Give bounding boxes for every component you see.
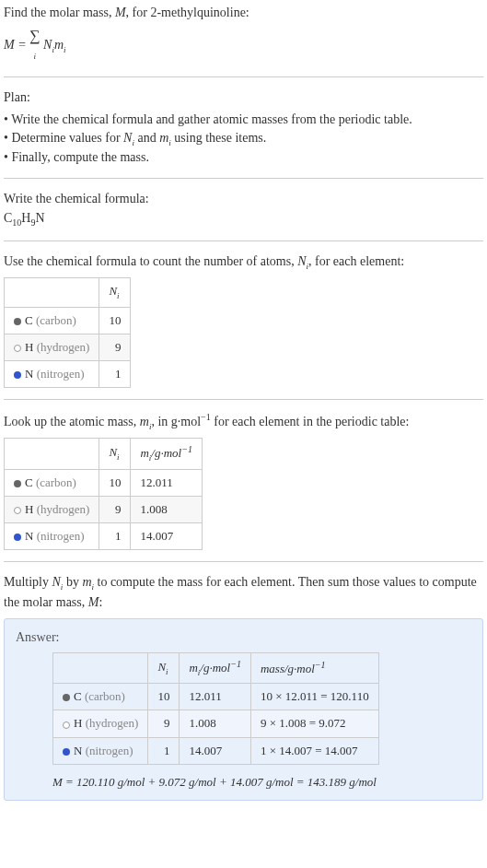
step1-title: Write the chemical formula:: [4, 190, 483, 208]
element-cell: C (carbon): [5, 469, 99, 496]
table-header-n: Ni: [99, 278, 131, 307]
element-bullet-icon: [14, 507, 21, 514]
element-cell: C (carbon): [5, 307, 99, 334]
element-cell: N (nitrogen): [5, 523, 99, 550]
chemical-formula: C10H9N: [4, 209, 483, 229]
n-value: 1: [99, 360, 131, 387]
plan-list: • Write the chemical formula and gather …: [4, 111, 483, 167]
table-row: C (carbon) 10 12.011 10 × 12.011 = 120.1…: [53, 684, 379, 710]
element-bullet-icon: [63, 694, 70, 701]
molar-mass-formula: M = ∑i Nimi: [4, 26, 483, 66]
answer-box: Answer: Ni mi/g·mol−1 mass/g·mol−1 C (ca…: [4, 618, 483, 801]
n-value: 9: [148, 710, 180, 737]
plan-item: • Write the chemical formula and gather …: [4, 111, 483, 129]
step2-title: Use the chemical formula to count the nu…: [4, 252, 483, 272]
element-cell: N (nitrogen): [5, 360, 99, 387]
plan-item: • Determine values for Ni and mi using t…: [4, 129, 483, 148]
n-value: 10: [99, 469, 131, 496]
mass-value: 10 × 12.011 = 120.110: [250, 684, 378, 710]
divider: [4, 561, 483, 562]
atom-count-table: Ni C (carbon) 10 H (hydrogen) 9 N (nitro…: [4, 277, 131, 388]
mass-value: 9 × 1.008 = 9.072: [250, 710, 378, 737]
element-cell: H (hydrogen): [5, 334, 99, 360]
table-header-mass: mass/g·mol−1: [250, 652, 378, 684]
element-bullet-icon: [63, 748, 70, 756]
divider: [4, 240, 483, 241]
table-header-m: mi/g·mol−1: [131, 439, 203, 470]
m-value: 12.011: [180, 684, 251, 710]
table-row: N (nitrogen) 1 14.007 1 × 14.007 = 14.00…: [53, 737, 379, 764]
n-value: 1: [148, 737, 180, 764]
table-row: H (hydrogen) 9 1.008 9 × 1.008 = 9.072: [53, 710, 379, 737]
element-bullet-icon: [63, 721, 70, 729]
m-value: 1.008: [131, 496, 203, 522]
n-value: 9: [99, 496, 131, 522]
divider: [4, 178, 483, 179]
divider: [4, 399, 483, 400]
table-header-element: [53, 652, 148, 684]
element-cell: N (nitrogen): [53, 737, 148, 764]
element-bullet-icon: [14, 371, 21, 379]
element-bullet-icon: [14, 534, 21, 541]
atomic-mass-table: Ni mi/g·mol−1 C (carbon) 10 12.011 H (hy…: [4, 438, 203, 550]
element-bullet-icon: [14, 345, 21, 352]
step4-section: Multiply Ni by mi to compute the mass fo…: [4, 573, 483, 611]
m-value: 14.007: [180, 737, 251, 764]
intro-section: Find the molar mass, M, for 2-methylquin…: [4, 4, 483, 65]
divider: [4, 76, 483, 77]
m-value: 1.008: [180, 710, 251, 737]
step1-section: Write the chemical formula: C10H9N: [4, 190, 483, 229]
element-cell: H (hydrogen): [53, 710, 148, 737]
step2-section: Use the chemical formula to count the nu…: [4, 252, 483, 388]
m-value: 14.007: [131, 523, 203, 550]
step3-section: Look up the atomic mass, mi, in g·mol−1 …: [4, 411, 483, 550]
answer-table: Ni mi/g·mol−1 mass/g·mol−1 C (carbon) 10…: [52, 652, 379, 765]
intro-line1: Find the molar mass, M, for 2-methylquin…: [4, 4, 483, 22]
mass-value: 1 × 14.007 = 14.007: [250, 737, 378, 764]
n-value: 1: [99, 523, 131, 550]
table-header-n: Ni: [148, 652, 180, 684]
table-header-element: [5, 439, 99, 470]
element-cell: H (hydrogen): [5, 496, 99, 522]
element-bullet-icon: [14, 480, 21, 487]
plan-item: • Finally, compute the mass.: [4, 148, 483, 167]
element-bullet-icon: [14, 318, 21, 325]
m-value: 12.011: [131, 469, 203, 496]
table-header-element: [5, 278, 99, 307]
table-header-n: Ni: [99, 439, 131, 470]
n-value: 10: [99, 307, 131, 334]
element-cell: C (carbon): [53, 684, 148, 710]
step3-title: Look up the atomic mass, mi, in g·mol−1 …: [4, 411, 483, 432]
n-value: 10: [148, 684, 180, 710]
table-row: H (hydrogen) 9 1.008: [5, 496, 203, 522]
final-result: M = 120.110 g/mol + 9.072 g/mol + 14.007…: [52, 774, 471, 791]
table-row: H (hydrogen) 9: [5, 334, 131, 360]
step4-title: Multiply Ni by mi to compute the mass fo…: [4, 573, 483, 611]
answer-label: Answer:: [16, 628, 471, 647]
n-value: 9: [99, 334, 131, 360]
plan-section: Plan: • Write the chemical formula and g…: [4, 88, 483, 166]
table-row: N (nitrogen) 1 14.007: [5, 523, 203, 550]
plan-title: Plan:: [4, 88, 483, 107]
table-header-m: mi/g·mol−1: [180, 652, 251, 684]
table-row: C (carbon) 10: [5, 307, 131, 334]
table-row: C (carbon) 10 12.011: [5, 469, 203, 496]
table-row: N (nitrogen) 1: [5, 360, 131, 387]
